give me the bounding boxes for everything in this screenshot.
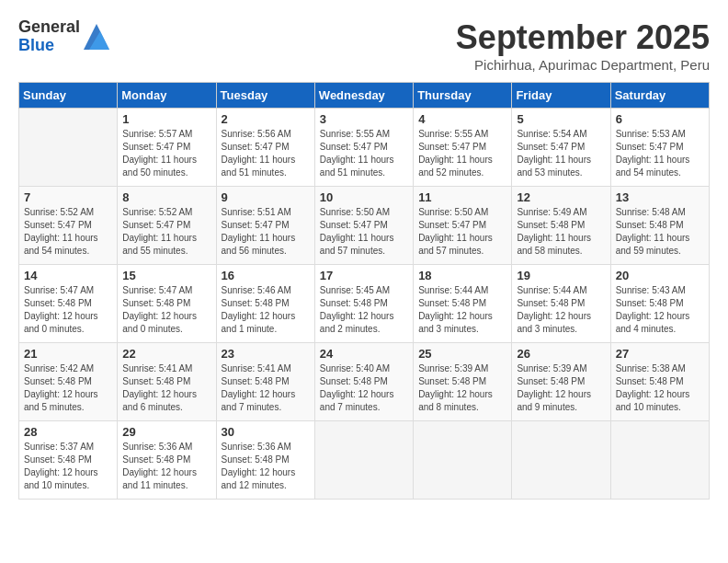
day-number: 15 <box>122 269 210 282</box>
day-number: 23 <box>222 347 310 361</box>
day-number: 17 <box>320 269 408 282</box>
page-header: General Blue September 2025 Pichirhua, A… <box>18 18 710 73</box>
month-title: September 2025 <box>456 18 710 57</box>
day-info: Sunrise: 5:39 AMSunset: 5:48 PMDaylight:… <box>418 362 506 414</box>
calendar-cell: 23Sunrise: 5:41 AMSunset: 5:48 PMDayligh… <box>216 343 314 421</box>
day-number: 22 <box>122 347 210 361</box>
day-number: 28 <box>24 425 112 439</box>
day-info: Sunrise: 5:55 AMSunset: 5:47 PMDaylight:… <box>320 128 408 179</box>
day-info: Sunrise: 5:47 AMSunset: 5:48 PMDaylight:… <box>24 284 112 336</box>
day-number: 12 <box>517 190 605 204</box>
day-number: 11 <box>418 190 506 204</box>
day-number: 16 <box>222 269 310 282</box>
day-number: 25 <box>418 347 506 361</box>
day-header-sunday: Sunday <box>19 83 118 109</box>
calendar-cell: 24Sunrise: 5:40 AMSunset: 5:48 PMDayligh… <box>314 343 413 421</box>
day-info: Sunrise: 5:52 AMSunset: 5:47 PMDaylight:… <box>24 206 112 258</box>
calendar-cell: 6Sunrise: 5:53 AMSunset: 5:47 PMDaylight… <box>610 109 709 187</box>
day-info: Sunrise: 5:41 AMSunset: 5:48 PMDaylight:… <box>122 362 210 414</box>
day-number: 1 <box>122 112 210 126</box>
calendar-cell <box>610 421 709 500</box>
calendar-cell: 1Sunrise: 5:57 AMSunset: 5:47 PMDaylight… <box>118 109 216 187</box>
calendar-cell: 30Sunrise: 5:36 AMSunset: 5:48 PMDayligh… <box>216 421 314 500</box>
day-number: 21 <box>24 347 112 361</box>
day-info: Sunrise: 5:53 AMSunset: 5:47 PMDaylight:… <box>616 128 704 179</box>
calendar-cell: 28Sunrise: 5:37 AMSunset: 5:48 PMDayligh… <box>19 421 118 500</box>
day-number: 14 <box>24 269 112 282</box>
calendar-cell: 26Sunrise: 5:39 AMSunset: 5:48 PMDayligh… <box>512 343 610 421</box>
day-number: 2 <box>222 112 310 126</box>
day-info: Sunrise: 5:41 AMSunset: 5:48 PMDaylight:… <box>222 362 310 414</box>
day-number: 4 <box>418 112 506 126</box>
logo-blue-text: Blue <box>18 37 80 55</box>
day-number: 30 <box>222 425 310 439</box>
title-section: September 2025 Pichirhua, Apurimac Depar… <box>456 18 710 73</box>
calendar-cell <box>314 421 413 500</box>
calendar-cell: 22Sunrise: 5:41 AMSunset: 5:48 PMDayligh… <box>118 343 216 421</box>
calendar-cell: 2Sunrise: 5:56 AMSunset: 5:47 PMDaylight… <box>216 109 314 187</box>
calendar-cell: 15Sunrise: 5:47 AMSunset: 5:48 PMDayligh… <box>118 265 216 343</box>
day-info: Sunrise: 5:48 AMSunset: 5:48 PMDaylight:… <box>616 206 704 258</box>
calendar-cell: 20Sunrise: 5:43 AMSunset: 5:48 PMDayligh… <box>610 265 709 343</box>
logo-general-text: General <box>18 18 80 37</box>
day-number: 3 <box>320 112 408 126</box>
calendar-cell: 19Sunrise: 5:44 AMSunset: 5:48 PMDayligh… <box>512 265 610 343</box>
day-number: 29 <box>122 425 210 439</box>
day-info: Sunrise: 5:49 AMSunset: 5:48 PMDaylight:… <box>517 206 605 258</box>
week-row-3: 14Sunrise: 5:47 AMSunset: 5:48 PMDayligh… <box>19 265 710 343</box>
header-row: SundayMondayTuesdayWednesdayThursdayFrid… <box>19 83 710 109</box>
day-number: 5 <box>517 112 605 126</box>
day-number: 27 <box>616 347 704 361</box>
day-number: 10 <box>320 190 408 204</box>
day-info: Sunrise: 5:38 AMSunset: 5:48 PMDaylight:… <box>616 362 704 414</box>
calendar-cell: 27Sunrise: 5:38 AMSunset: 5:48 PMDayligh… <box>610 343 709 421</box>
calendar-cell: 14Sunrise: 5:47 AMSunset: 5:48 PMDayligh… <box>19 265 118 343</box>
calendar-cell: 12Sunrise: 5:49 AMSunset: 5:48 PMDayligh… <box>512 187 610 265</box>
day-info: Sunrise: 5:37 AMSunset: 5:48 PMDaylight:… <box>24 441 112 492</box>
day-number: 26 <box>517 347 605 361</box>
day-number: 19 <box>517 269 605 282</box>
logo: General Blue <box>18 18 109 55</box>
calendar-cell <box>414 421 512 500</box>
day-number: 24 <box>320 347 408 361</box>
day-info: Sunrise: 5:43 AMSunset: 5:48 PMDaylight:… <box>616 284 704 336</box>
day-number: 7 <box>24 190 112 204</box>
day-header-thursday: Thursday <box>414 83 512 109</box>
calendar-cell: 10Sunrise: 5:50 AMSunset: 5:47 PMDayligh… <box>314 187 413 265</box>
calendar-cell: 16Sunrise: 5:46 AMSunset: 5:48 PMDayligh… <box>216 265 314 343</box>
week-row-2: 7Sunrise: 5:52 AMSunset: 5:47 PMDaylight… <box>19 187 710 265</box>
day-info: Sunrise: 5:54 AMSunset: 5:47 PMDaylight:… <box>517 128 605 179</box>
day-info: Sunrise: 5:50 AMSunset: 5:47 PMDaylight:… <box>320 206 408 258</box>
day-info: Sunrise: 5:39 AMSunset: 5:48 PMDaylight:… <box>517 362 605 414</box>
day-number: 9 <box>222 190 310 204</box>
day-info: Sunrise: 5:57 AMSunset: 5:47 PMDaylight:… <box>122 128 210 179</box>
day-info: Sunrise: 5:40 AMSunset: 5:48 PMDaylight:… <box>320 362 408 414</box>
calendar-cell: 21Sunrise: 5:42 AMSunset: 5:48 PMDayligh… <box>19 343 118 421</box>
calendar-cell: 18Sunrise: 5:44 AMSunset: 5:48 PMDayligh… <box>414 265 512 343</box>
day-header-tuesday: Tuesday <box>216 83 314 109</box>
day-info: Sunrise: 5:51 AMSunset: 5:47 PMDaylight:… <box>222 206 310 258</box>
calendar-cell: 29Sunrise: 5:36 AMSunset: 5:48 PMDayligh… <box>118 421 216 500</box>
calendar-cell <box>19 109 118 187</box>
day-header-monday: Monday <box>118 83 216 109</box>
calendar-cell: 3Sunrise: 5:55 AMSunset: 5:47 PMDaylight… <box>314 109 413 187</box>
day-info: Sunrise: 5:45 AMSunset: 5:48 PMDaylight:… <box>320 284 408 336</box>
day-info: Sunrise: 5:47 AMSunset: 5:48 PMDaylight:… <box>122 284 210 336</box>
day-number: 18 <box>418 269 506 282</box>
week-row-5: 28Sunrise: 5:37 AMSunset: 5:48 PMDayligh… <box>19 421 710 500</box>
calendar-cell: 11Sunrise: 5:50 AMSunset: 5:47 PMDayligh… <box>414 187 512 265</box>
calendar-cell: 9Sunrise: 5:51 AMSunset: 5:47 PMDaylight… <box>216 187 314 265</box>
calendar-cell <box>512 421 610 500</box>
calendar-cell: 4Sunrise: 5:55 AMSunset: 5:47 PMDaylight… <box>414 109 512 187</box>
day-info: Sunrise: 5:42 AMSunset: 5:48 PMDaylight:… <box>24 362 112 414</box>
day-number: 20 <box>616 269 704 282</box>
day-header-saturday: Saturday <box>610 83 709 109</box>
day-number: 6 <box>616 112 704 126</box>
logo-icon <box>84 24 109 50</box>
day-info: Sunrise: 5:36 AMSunset: 5:48 PMDaylight:… <box>222 441 310 492</box>
calendar-cell: 25Sunrise: 5:39 AMSunset: 5:48 PMDayligh… <box>414 343 512 421</box>
day-info: Sunrise: 5:55 AMSunset: 5:47 PMDaylight:… <box>418 128 506 179</box>
calendar-cell: 13Sunrise: 5:48 AMSunset: 5:48 PMDayligh… <box>610 187 709 265</box>
day-info: Sunrise: 5:50 AMSunset: 5:47 PMDaylight:… <box>418 206 506 258</box>
calendar-cell: 17Sunrise: 5:45 AMSunset: 5:48 PMDayligh… <box>314 265 413 343</box>
